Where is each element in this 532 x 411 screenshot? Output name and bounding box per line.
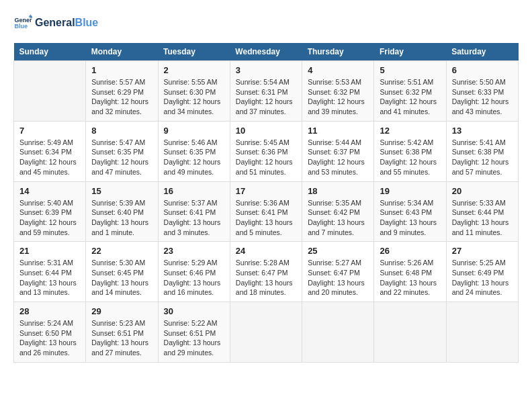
calendar-day-cell: 7Sunrise: 5:49 AM Sunset: 6:34 PM Daylig… (14, 121, 86, 181)
calendar-day-cell: 8Sunrise: 5:47 AM Sunset: 6:35 PM Daylig… (86, 121, 158, 181)
day-info: Sunrise: 5:50 AM Sunset: 6:33 PM Dayligh… (452, 77, 513, 117)
day-number: 13 (452, 126, 513, 136)
day-info: Sunrise: 5:30 AM Sunset: 6:45 PM Dayligh… (91, 258, 152, 298)
day-number: 16 (164, 186, 224, 196)
calendar-day-cell: 22Sunrise: 5:30 AM Sunset: 6:45 PM Dayli… (86, 242, 158, 302)
day-number: 20 (452, 186, 513, 196)
day-info: Sunrise: 5:46 AM Sunset: 6:35 PM Dayligh… (164, 138, 224, 177)
calendar-day-cell: 9Sunrise: 5:46 AM Sunset: 6:35 PM Daylig… (158, 121, 230, 181)
calendar-day-cell: 18Sunrise: 5:35 AM Sunset: 6:42 PM Dayli… (302, 181, 374, 242)
calendar-day-cell: 13Sunrise: 5:41 AM Sunset: 6:38 PM Dayli… (446, 121, 518, 181)
day-info: Sunrise: 5:22 AM Sunset: 6:51 PM Dayligh… (164, 318, 224, 358)
calendar-week-row: 21Sunrise: 5:31 AM Sunset: 6:44 PM Dayli… (14, 242, 519, 302)
logo-text: GeneralBlue (35, 17, 98, 29)
day-number: 2 (164, 65, 224, 75)
day-number: 12 (380, 126, 440, 136)
day-number: 17 (236, 186, 296, 196)
day-info: Sunrise: 5:51 AM Sunset: 6:32 PM Dayligh… (380, 77, 440, 117)
calendar-day-cell: 27Sunrise: 5:25 AM Sunset: 6:49 PM Dayli… (446, 242, 518, 302)
day-number: 22 (91, 246, 152, 256)
calendar-day-cell: 3Sunrise: 5:54 AM Sunset: 6:31 PM Daylig… (230, 61, 302, 122)
day-info: Sunrise: 5:44 AM Sunset: 6:37 PM Dayligh… (308, 138, 368, 177)
day-info: Sunrise: 5:55 AM Sunset: 6:30 PM Dayligh… (164, 77, 224, 117)
calendar-day-cell: 14Sunrise: 5:40 AM Sunset: 6:39 PM Dayli… (14, 181, 86, 242)
calendar-day-cell (446, 302, 518, 363)
day-number: 24 (236, 246, 296, 256)
day-number: 28 (19, 306, 80, 316)
day-info: Sunrise: 5:23 AM Sunset: 6:51 PM Dayligh… (91, 318, 152, 358)
calendar-day-cell: 29Sunrise: 5:23 AM Sunset: 6:51 PM Dayli… (86, 302, 158, 363)
calendar-header: SundayMondayTuesdayWednesdayThursdayFrid… (14, 43, 519, 61)
calendar-day-cell: 28Sunrise: 5:24 AM Sunset: 6:50 PM Dayli… (14, 302, 86, 363)
calendar-day-cell: 30Sunrise: 5:22 AM Sunset: 6:51 PM Dayli… (158, 302, 230, 363)
day-of-week-header: Thursday (302, 43, 374, 61)
day-info: Sunrise: 5:54 AM Sunset: 6:31 PM Dayligh… (236, 77, 296, 117)
day-number: 29 (91, 306, 152, 316)
calendar-day-cell: 16Sunrise: 5:37 AM Sunset: 6:41 PM Dayli… (158, 181, 230, 242)
calendar-day-cell: 17Sunrise: 5:36 AM Sunset: 6:41 PM Dayli… (230, 181, 302, 242)
calendar-week-row: 7Sunrise: 5:49 AM Sunset: 6:34 PM Daylig… (14, 121, 519, 181)
day-info: Sunrise: 5:42 AM Sunset: 6:38 PM Dayligh… (380, 138, 440, 177)
day-number: 7 (19, 126, 80, 136)
day-of-week-header: Tuesday (158, 43, 230, 61)
day-info: Sunrise: 5:49 AM Sunset: 6:34 PM Dayligh… (19, 138, 80, 177)
calendar-day-cell (14, 61, 86, 122)
day-info: Sunrise: 5:39 AM Sunset: 6:40 PM Dayligh… (91, 198, 152, 238)
day-info: Sunrise: 5:27 AM Sunset: 6:47 PM Dayligh… (308, 258, 368, 298)
calendar-day-cell: 21Sunrise: 5:31 AM Sunset: 6:44 PM Dayli… (14, 242, 86, 302)
calendar-day-cell: 6Sunrise: 5:50 AM Sunset: 6:33 PM Daylig… (446, 61, 518, 122)
day-info: Sunrise: 5:33 AM Sunset: 6:44 PM Dayligh… (452, 198, 513, 238)
calendar-week-row: 14Sunrise: 5:40 AM Sunset: 6:39 PM Dayli… (14, 181, 519, 242)
day-info: Sunrise: 5:53 AM Sunset: 6:32 PM Dayligh… (308, 77, 368, 117)
day-number: 1 (91, 65, 152, 75)
calendar-day-cell: 19Sunrise: 5:34 AM Sunset: 6:43 PM Dayli… (374, 181, 446, 242)
day-of-week-header: Friday (374, 43, 446, 61)
day-number: 26 (380, 246, 440, 256)
logo: General Blue GeneralBlue (13, 13, 98, 32)
day-number: 15 (91, 186, 152, 196)
day-number: 5 (380, 65, 440, 75)
calendar-day-cell (302, 302, 374, 363)
calendar-day-cell: 2Sunrise: 5:55 AM Sunset: 6:30 PM Daylig… (158, 61, 230, 122)
calendar-day-cell: 15Sunrise: 5:39 AM Sunset: 6:40 PM Dayli… (86, 181, 158, 242)
day-info: Sunrise: 5:24 AM Sunset: 6:50 PM Dayligh… (19, 318, 80, 358)
calendar-day-cell: 26Sunrise: 5:26 AM Sunset: 6:48 PM Dayli… (374, 242, 446, 302)
calendar-table: SundayMondayTuesdayWednesdayThursdayFrid… (13, 43, 519, 363)
day-number: 3 (236, 65, 296, 75)
calendar-day-cell: 12Sunrise: 5:42 AM Sunset: 6:38 PM Dayli… (374, 121, 446, 181)
day-number: 6 (452, 65, 513, 75)
day-of-week-header: Saturday (446, 43, 518, 61)
day-info: Sunrise: 5:37 AM Sunset: 6:41 PM Dayligh… (164, 198, 224, 238)
day-info: Sunrise: 5:31 AM Sunset: 6:44 PM Dayligh… (19, 258, 80, 298)
day-number: 27 (452, 246, 513, 256)
day-number: 9 (164, 126, 224, 136)
day-info: Sunrise: 5:45 AM Sunset: 6:36 PM Dayligh… (236, 138, 296, 177)
calendar-day-cell: 10Sunrise: 5:45 AM Sunset: 6:36 PM Dayli… (230, 121, 302, 181)
day-info: Sunrise: 5:34 AM Sunset: 6:43 PM Dayligh… (380, 198, 440, 238)
calendar-week-row: 1Sunrise: 5:57 AM Sunset: 6:29 PM Daylig… (14, 61, 519, 122)
calendar-day-cell: 11Sunrise: 5:44 AM Sunset: 6:37 PM Dayli… (302, 121, 374, 181)
calendar-day-cell: 25Sunrise: 5:27 AM Sunset: 6:47 PM Dayli… (302, 242, 374, 302)
calendar-day-cell: 4Sunrise: 5:53 AM Sunset: 6:32 PM Daylig… (302, 61, 374, 122)
day-info: Sunrise: 5:28 AM Sunset: 6:47 PM Dayligh… (236, 258, 296, 298)
calendar-day-cell: 5Sunrise: 5:51 AM Sunset: 6:32 PM Daylig… (374, 61, 446, 122)
calendar-day-cell (230, 302, 302, 363)
day-info: Sunrise: 5:40 AM Sunset: 6:39 PM Dayligh… (19, 198, 80, 238)
day-info: Sunrise: 5:35 AM Sunset: 6:42 PM Dayligh… (308, 198, 368, 238)
day-number: 10 (236, 126, 296, 136)
calendar-week-row: 28Sunrise: 5:24 AM Sunset: 6:50 PM Dayli… (14, 302, 519, 363)
page-header: General Blue GeneralBlue (13, 13, 519, 32)
day-number: 30 (164, 306, 224, 316)
calendar-day-cell: 24Sunrise: 5:28 AM Sunset: 6:47 PM Dayli… (230, 242, 302, 302)
day-number: 14 (19, 186, 80, 196)
day-info: Sunrise: 5:26 AM Sunset: 6:48 PM Dayligh… (380, 258, 440, 298)
day-info: Sunrise: 5:36 AM Sunset: 6:41 PM Dayligh… (236, 198, 296, 238)
svg-text:Blue: Blue (14, 23, 28, 30)
calendar-day-cell: 23Sunrise: 5:29 AM Sunset: 6:46 PM Dayli… (158, 242, 230, 302)
calendar-body: 1Sunrise: 5:57 AM Sunset: 6:29 PM Daylig… (14, 61, 519, 363)
day-number: 21 (19, 246, 80, 256)
day-number: 11 (308, 126, 368, 136)
day-number: 8 (91, 126, 152, 136)
logo-icon: General Blue (13, 13, 32, 32)
calendar-day-cell (374, 302, 446, 363)
